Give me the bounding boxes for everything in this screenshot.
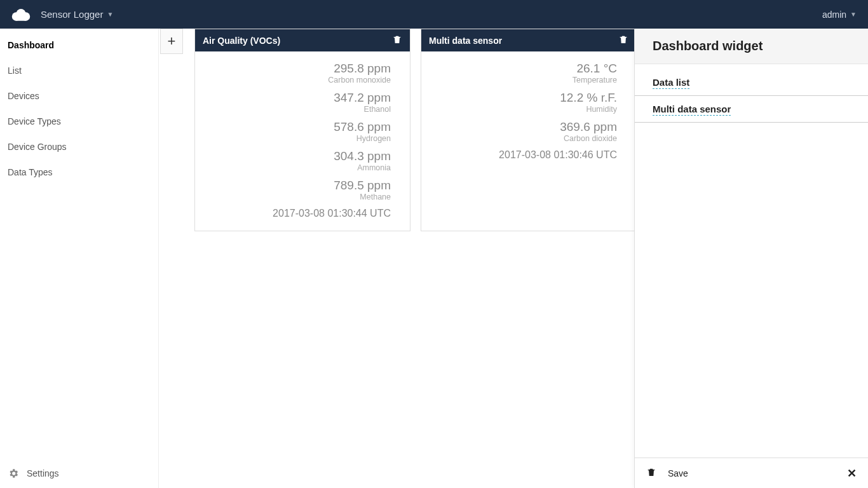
sidebar-item-list[interactable]: List (0, 58, 158, 83)
right-panel-footer: Save ✕ (635, 458, 868, 488)
caret-down-icon: ▼ (850, 11, 857, 18)
save-button[interactable]: Save (668, 468, 688, 478)
sidebar-item-label: Data Types (8, 167, 53, 177)
widget-type-option[interactable]: Data list (635, 69, 868, 96)
reading-label: Humidity (429, 105, 617, 114)
close-panel-button[interactable]: ✕ (847, 466, 857, 480)
right-panel: Dashboard widget Data list Multi data se… (634, 29, 868, 488)
add-widget-button[interactable]: + (160, 29, 183, 54)
sidebar: Dashboard List Devices Device Types Devi… (0, 29, 159, 488)
app-name-label: Sensor Logger (41, 9, 103, 20)
sidebar-item-data-types[interactable]: Data Types (0, 159, 158, 185)
reading-value: 369.6 ppm (429, 120, 617, 134)
reading-label: Temperature (429, 76, 617, 85)
widget-card: Multi data sensor 26.1 °CTemperature 12.… (421, 29, 637, 231)
trash-icon (646, 466, 656, 478)
reading-label: Carbon dioxide (429, 134, 617, 143)
widget-title: Multi data sensor (429, 36, 502, 46)
sidebar-item-label: Device Groups (8, 142, 67, 152)
widget-type-label: Data list (653, 77, 689, 89)
right-panel-body: Data list Multi data sensor (635, 64, 868, 458)
reading-value: 295.8 ppm (203, 62, 391, 76)
sidebar-item-label: List (8, 65, 22, 76)
widget-timestamp: 2017-03-08 01:30:46 UTC (429, 149, 617, 161)
app-switcher[interactable]: Sensor Logger ▼ (37, 9, 113, 20)
trash-icon (618, 34, 628, 44)
reading-label: Hydrogen (203, 134, 391, 143)
reading-value: 12.2 % r.F. (429, 91, 617, 105)
reading-label: Methane (203, 193, 391, 201)
widget-timestamp: 2017-03-08 01:30:44 UTC (203, 208, 391, 219)
delete-widget-button[interactable] (392, 34, 402, 46)
cloud-icon (10, 7, 32, 22)
widget-type-label: Multi data sensor (653, 104, 731, 116)
user-menu[interactable]: admin ▼ (822, 10, 863, 20)
plus-icon: + (168, 33, 176, 50)
widget-card-header: Multi data sensor (421, 29, 636, 51)
delete-widget-button[interactable] (618, 34, 628, 46)
right-panel-title: Dashboard widget (635, 29, 868, 64)
svg-rect-3 (15, 15, 28, 20)
reading-value: 347.2 ppm (203, 91, 391, 105)
sidebar-item-label: Devices (8, 91, 39, 101)
sidebar-item-label: Dashboard (8, 40, 54, 50)
gear-icon (8, 468, 19, 479)
widget-type-option[interactable]: Multi data sensor (635, 96, 868, 123)
reading-label: Ethanol (203, 105, 391, 114)
user-name-label: admin (822, 10, 846, 20)
reading-label: Ammonia (203, 163, 391, 172)
caret-down-icon: ▼ (107, 11, 113, 18)
topbar: Sensor Logger ▼ admin ▼ (0, 0, 868, 29)
settings-label: Settings (27, 468, 59, 478)
widget-title: Air Quality (VOCs) (203, 36, 280, 46)
sidebar-item-label: Device Types (8, 116, 61, 126)
panel-delete-button[interactable] (646, 466, 656, 480)
sidebar-item-devices[interactable]: Devices (0, 83, 158, 109)
reading-value: 304.3 ppm (203, 149, 391, 163)
trash-icon (392, 34, 402, 44)
sidebar-item-device-types[interactable]: Device Types (0, 109, 158, 134)
owncloud-logo[interactable] (5, 0, 37, 29)
reading-label: Carbon monoxide (203, 76, 391, 85)
settings-button[interactable]: Settings (0, 459, 158, 488)
reading-value: 578.6 ppm (203, 120, 391, 134)
widget-card: Air Quality (VOCs) 295.8 ppmCarbon monox… (194, 29, 410, 231)
reading-value: 26.1 °C (429, 62, 617, 76)
reading-value: 789.5 ppm (203, 179, 391, 193)
sidebar-item-dashboard[interactable]: Dashboard (0, 32, 158, 58)
widget-card-header: Air Quality (VOCs) (195, 29, 410, 51)
sidebar-item-device-groups[interactable]: Device Groups (0, 134, 158, 159)
